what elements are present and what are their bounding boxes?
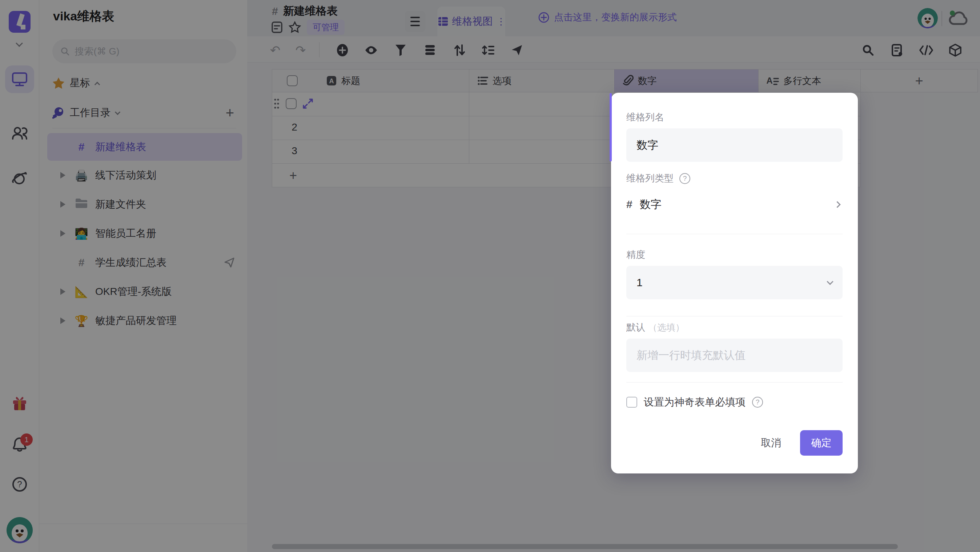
default-value-input[interactable] xyxy=(626,338,843,372)
optional-hint: （选填） xyxy=(648,321,684,333)
required-checkbox-label: 设置为神奇表单必填项 xyxy=(644,395,746,409)
field-type-value: 数字 xyxy=(640,197,662,212)
number-field-hash-icon: # xyxy=(626,198,633,211)
active-cell-border xyxy=(609,93,612,161)
app-window: 1 ? vika维格表 xyxy=(0,0,980,552)
help-icon[interactable]: ? xyxy=(679,173,690,184)
field-name-input[interactable] xyxy=(626,128,843,162)
default-label: 默认 xyxy=(626,321,645,334)
cancel-button[interactable]: 取消 xyxy=(753,431,789,455)
field-type-label-row: 维格列类型 ? xyxy=(626,172,690,185)
help-icon[interactable]: ? xyxy=(752,397,763,408)
required-checkbox-row[interactable]: 设置为神奇表单必填项 ? xyxy=(626,395,763,409)
confirm-button[interactable]: 确定 xyxy=(800,430,843,456)
precision-label: 精度 xyxy=(626,248,645,261)
required-checkbox[interactable] xyxy=(626,397,637,408)
field-type-label: 维格列类型 xyxy=(626,172,674,185)
precision-select[interactable]: 1 xyxy=(626,266,843,299)
default-label-row: 默认 （选填） xyxy=(626,321,684,334)
field-type-selector[interactable]: # 数字 xyxy=(626,191,843,217)
chevron-right-icon xyxy=(834,201,840,207)
field-name-label: 维格列名 xyxy=(626,111,664,124)
field-settings-dialog: 维格列名 维格列类型 ? # 数字 精度 1 默认 （选填） 设置为神奇表单必填… xyxy=(611,93,858,474)
chevron-down-icon xyxy=(827,278,833,285)
precision-value: 1 xyxy=(636,276,643,289)
